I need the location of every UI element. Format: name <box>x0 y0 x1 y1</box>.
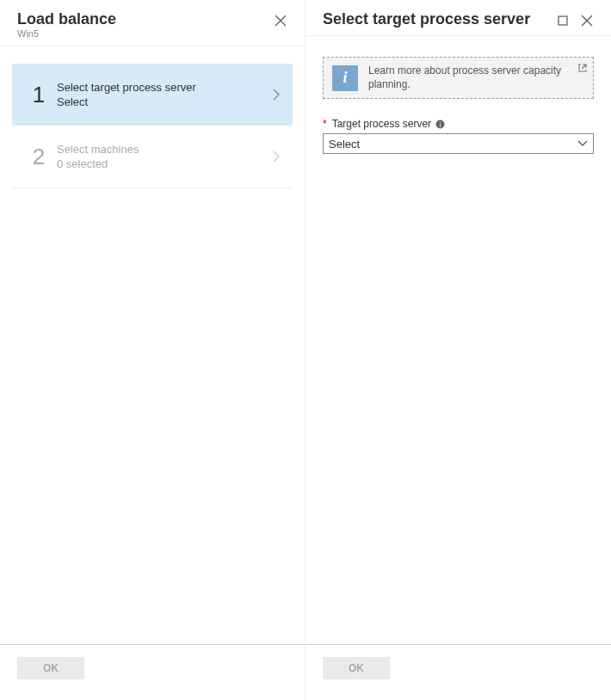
panel-footer: OK <box>0 644 305 700</box>
svg-rect-0 <box>559 16 567 25</box>
chevron-down-icon <box>577 140 588 147</box>
steps-list: 1 Select target process server Select 2 … <box>0 46 305 644</box>
panel-header: Select target process server <box>306 0 611 36</box>
svg-text:i: i <box>439 120 441 128</box>
info-tooltip-icon[interactable]: i <box>435 119 445 129</box>
ok-button[interactable]: OK <box>323 657 390 679</box>
select-target-process-server-panel: Select target process server i Learn mor… <box>306 0 611 700</box>
panel-header: Load balance Win5 <box>0 0 305 46</box>
panel-footer: OK <box>306 644 611 700</box>
info-banner[interactable]: i Learn more about process server capaci… <box>323 57 594 99</box>
external-link-icon[interactable] <box>577 63 588 73</box>
ok-button[interactable]: OK <box>17 657 84 679</box>
select-value: Select <box>329 138 360 150</box>
step-number: 1 <box>24 82 53 108</box>
panel-subtitle: Win5 <box>17 28 274 39</box>
target-process-server-select[interactable]: Select <box>323 133 594 154</box>
panel-body: i Learn more about process server capaci… <box>306 36 611 644</box>
restore-window-icon[interactable] <box>556 14 570 28</box>
step-subtitle: 0 selected <box>57 157 272 170</box>
field-label: * Target process server i <box>323 118 594 130</box>
info-text: Learn more about process server capacity… <box>368 64 584 91</box>
chevron-right-icon <box>272 150 281 163</box>
load-balance-panel: Load balance Win5 1 Select target proces… <box>0 0 306 700</box>
panel-title: Load balance <box>17 10 274 28</box>
step-select-target-process-server[interactable]: 1 Select target process server Select <box>12 64 293 126</box>
required-asterisk: * <box>323 118 327 130</box>
close-icon[interactable] <box>274 14 287 28</box>
field-label-text: Target process server <box>332 118 431 130</box>
panel-title: Select target process server <box>323 10 556 28</box>
step-title: Select target process server <box>57 81 272 94</box>
close-icon[interactable] <box>580 14 594 28</box>
step-select-machines[interactable]: 2 Select machines 0 selected <box>12 126 293 188</box>
info-icon: i <box>332 65 358 91</box>
target-process-server-field: * Target process server i Select <box>323 118 594 154</box>
step-title: Select machines <box>57 143 272 156</box>
step-subtitle: Select <box>57 95 272 108</box>
step-number: 2 <box>24 144 53 170</box>
chevron-right-icon <box>272 89 281 101</box>
